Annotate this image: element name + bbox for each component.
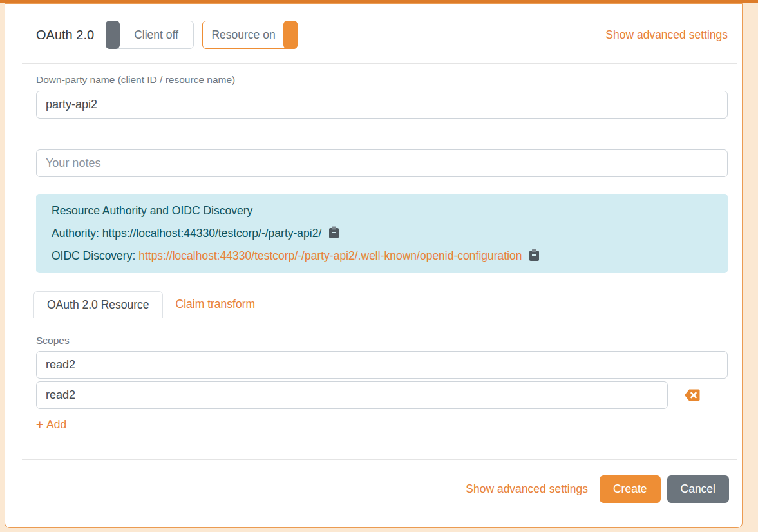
show-advanced-settings-link-bottom[interactable]: Show advanced settings (466, 482, 588, 496)
plus-icon: + (36, 417, 43, 432)
resource-toggle-label: Resource on (211, 28, 275, 42)
top-accent-bar (0, 0, 758, 3)
remove-scope-button[interactable] (684, 388, 700, 402)
header-divider (22, 63, 737, 64)
authority-line: Authority: https://localhost:44330/testc… (52, 222, 712, 245)
client-toggle-button[interactable]: Client off (106, 21, 194, 49)
show-advanced-settings-link-top[interactable]: Show advanced settings (605, 28, 728, 42)
scope-input-2[interactable] (36, 381, 668, 409)
client-toggle-label: Client off (134, 28, 178, 42)
copy-authority-button[interactable] (328, 226, 339, 241)
tab-bar: OAuth 2.0 Resource Claim transform (33, 290, 737, 318)
clipboard-icon (328, 226, 339, 239)
footer: Show advanced settings Create Cancel (22, 460, 737, 503)
authority-label: Authority: (52, 227, 99, 240)
authority-url: https://localhost:44330/testcorp/-/party… (102, 227, 321, 240)
authority-info-box: Resource Authority and OIDC Discovery Au… (36, 194, 728, 273)
discovery-label: OIDC Discovery: (52, 249, 135, 262)
scopes-label: Scopes (36, 335, 728, 347)
discovery-line: OIDC Discovery: https://localhost:44330/… (52, 245, 712, 267)
cancel-button[interactable]: Cancel (667, 475, 729, 503)
notes-input[interactable] (36, 149, 728, 177)
discovery-url-link[interactable]: https://localhost:44330/testcorp/-/party… (138, 249, 522, 262)
toggle-knob (106, 21, 120, 49)
header: OAuth 2.0 Client off Resource on Show ad… (22, 4, 737, 63)
protocol-label: OAuth 2.0 (36, 28, 94, 43)
create-button[interactable]: Create (600, 475, 661, 503)
copy-discovery-button[interactable] (529, 249, 540, 263)
info-box-title: Resource Authority and OIDC Discovery (52, 200, 712, 222)
down-party-name-label: Down-party name (client ID / resource na… (36, 74, 728, 86)
toggle-knob (283, 21, 298, 49)
clipboard-icon (529, 249, 540, 261)
backspace-delete-icon (684, 388, 700, 402)
add-scope-button[interactable]: + Add (36, 417, 728, 432)
down-party-name-input[interactable] (36, 91, 728, 119)
tab-oauth-resource[interactable]: OAuth 2.0 Resource (33, 291, 163, 318)
add-scope-label: Add (46, 418, 66, 432)
oauth-down-party-card: OAuth 2.0 Client off Resource on Show ad… (5, 3, 743, 528)
resource-toggle-button[interactable]: Resource on (202, 21, 298, 49)
scope-input-1[interactable] (36, 351, 728, 379)
tab-claim-transform[interactable]: Claim transform (163, 290, 269, 318)
